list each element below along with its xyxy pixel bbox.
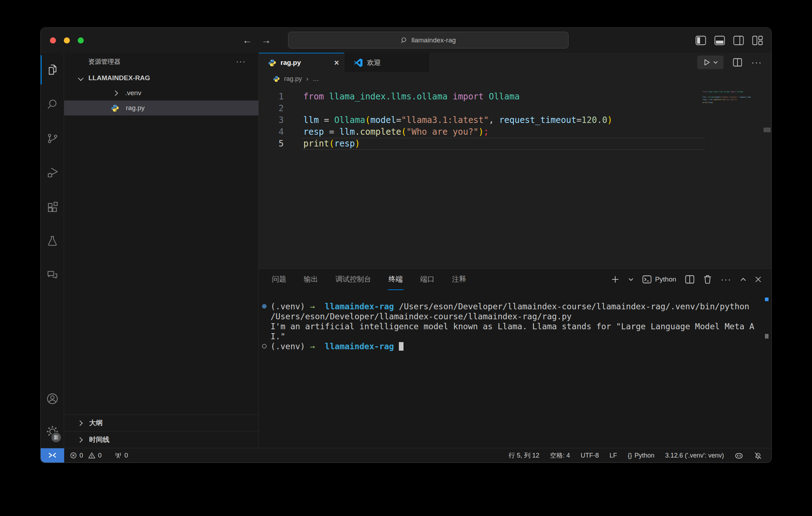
panel-tab-注释[interactable]: 注释 — [451, 269, 467, 290]
terminal-line[interactable]: (.venv) → llamaindex-rag — [271, 341, 757, 351]
split-terminal-icon[interactable] — [685, 275, 694, 284]
minimap[interactable]: 1from llama_index.llms.ollama import Oll… — [703, 91, 751, 104]
python-icon — [268, 59, 276, 67]
customize-layout-icon[interactable] — [752, 36, 763, 45]
minimize-window-button[interactable] — [64, 37, 70, 43]
close-panel-icon[interactable] — [755, 276, 761, 283]
breadcrumb-symbol[interactable]: … — [313, 75, 319, 83]
warnings-status[interactable]: 0 — [88, 452, 102, 459]
chevron-down-icon — [713, 61, 718, 64]
terminal-line[interactable]: I." — [271, 331, 757, 341]
kill-terminal-icon[interactable] — [703, 275, 712, 284]
timeline-section[interactable]: 时间线 — [64, 431, 258, 448]
editor-line[interactable]: 5print(resp) — [259, 138, 771, 150]
notifications-muted-icon[interactable] — [754, 452, 762, 460]
tab-label: 欢迎 — [367, 58, 381, 67]
breadcrumb-file[interactable]: rag.py — [284, 75, 302, 83]
editor-line: 5print(resp) — [703, 101, 751, 104]
eol-status[interactable]: LF — [610, 452, 617, 459]
remote-indicator[interactable] — [41, 448, 64, 463]
errors-status[interactable]: 0 — [70, 452, 83, 459]
terminal-instance[interactable]: Python — [642, 275, 676, 284]
status-bar: 0 0 0 行 5, 列 12 空格: 4 UTF-8 LF — [41, 448, 771, 463]
toggle-primary-sidebar-icon[interactable] — [695, 36, 706, 45]
activity-source-control[interactable] — [41, 121, 64, 155]
command-center-search[interactable]: llamaindex-rag — [288, 32, 569, 48]
tab-welcome[interactable]: 欢迎 — [344, 53, 430, 72]
terminal[interactable]: (.venv) → llamaindex-rag /Users/eson/Dev… — [259, 290, 771, 448]
comments-icon — [46, 269, 58, 281]
terminal-scrollbar[interactable] — [765, 334, 769, 339]
error-icon — [70, 452, 77, 459]
title-bar: ← → llamaindex-rag — [41, 28, 771, 53]
terminal-scroll-mark-command — [765, 298, 769, 301]
terminal-launch-chevron-icon[interactable] — [628, 278, 633, 281]
split-editor-icon[interactable] — [733, 58, 742, 67]
sidebar-more-actions[interactable]: ··· — [236, 57, 246, 66]
extensions-icon — [46, 201, 58, 213]
toggle-panel-icon[interactable] — [714, 36, 725, 45]
breadcrumb[interactable]: rag.py › … — [259, 72, 771, 86]
terminal-line[interactable]: /Users/eson/Developer/llamaindex-course/… — [271, 311, 757, 321]
search-icon — [46, 98, 58, 110]
language-status[interactable]: {} Python — [628, 452, 654, 459]
timeline-label: 时间线 — [89, 435, 109, 444]
cursor-position-status[interactable]: 行 5, 列 12 — [509, 451, 539, 460]
command-decoration-icon[interactable] — [262, 344, 267, 349]
files-icon — [46, 64, 58, 76]
editor-line: 2 — [703, 93, 751, 96]
terminal-cursor — [399, 342, 404, 351]
history-forward-button[interactable]: → — [261, 35, 271, 46]
code-editor[interactable]: 1from llama_index.llms.ollama import Oll… — [259, 86, 771, 268]
outline-section[interactable]: 大纲 — [64, 414, 258, 431]
tree-item-ragpy[interactable]: rag.py — [64, 100, 258, 115]
history-back-button[interactable]: ← — [242, 35, 252, 46]
activity-account[interactable] — [41, 382, 64, 415]
activity-chat[interactable] — [41, 258, 64, 292]
chevron-right-icon: › — [306, 75, 308, 83]
editor-line[interactable]: 4resp = llm.complete("Who are you?"); — [259, 126, 771, 138]
source-control-icon — [46, 132, 58, 144]
activity-testing[interactable] — [41, 224, 64, 258]
editor-line[interactable]: 1from llama_index.llms.ollama import Oll… — [259, 91, 771, 103]
new-terminal-icon[interactable] — [611, 275, 620, 284]
close-window-button[interactable] — [50, 37, 56, 43]
maximize-panel-icon[interactable] — [740, 278, 746, 281]
terminal-line[interactable]: (.venv) → llamaindex-rag /Users/eson/Dev… — [271, 301, 757, 311]
copilot-icon[interactable] — [735, 451, 743, 460]
activity-run-debug[interactable] — [41, 155, 64, 190]
editor-lines: 1from llama_index.llms.ollama import Oll… — [259, 91, 771, 150]
activity-extensions[interactable] — [41, 190, 64, 224]
panel-tab-终端[interactable]: 终端 — [388, 269, 404, 290]
file-label: rag.py — [126, 104, 145, 112]
traffic-lights — [41, 37, 84, 43]
interpreter-status[interactable]: 3.12.6 ('.venv': venv) — [665, 452, 724, 459]
tree-item-venv[interactable]: .venv — [64, 86, 258, 100]
more-actions-icon[interactable]: ··· — [751, 57, 762, 67]
activity-search[interactable] — [41, 87, 64, 121]
editor-line[interactable]: 3llm = Ollama(model="llama3.1:latest", r… — [259, 114, 771, 126]
panel-more-actions-icon[interactable]: ··· — [721, 274, 731, 284]
activity-explorer[interactable] — [41, 53, 64, 87]
indentation-status[interactable]: 空格: 4 — [550, 451, 570, 460]
zoom-window-button[interactable] — [78, 37, 84, 43]
tree-item-project[interactable]: LLAMAINDEX-RAG — [64, 71, 258, 86]
activity-settings[interactable]: 新 — [41, 415, 64, 448]
toggle-secondary-sidebar-icon[interactable] — [733, 36, 744, 45]
tab-ragpy[interactable]: rag.py × — [259, 53, 344, 72]
command-decoration-icon[interactable] — [262, 304, 267, 309]
search-text: llamaindex-rag — [411, 36, 456, 44]
editor-scrollbar[interactable] — [764, 128, 771, 132]
panel-tab-输出[interactable]: 输出 — [303, 269, 319, 290]
encoding-status[interactable]: UTF-8 — [581, 452, 599, 459]
explorer-sidebar: 资源管理器 ··· LLAMAINDEX-RAG .venv — [64, 53, 259, 448]
activity-bar: 新 — [41, 53, 64, 448]
terminal-line[interactable]: I'm an artificial intelligence model kno… — [271, 321, 757, 331]
panel-tab-端口[interactable]: 端口 — [420, 269, 435, 290]
editor-line[interactable]: 2 — [259, 103, 771, 114]
run-python-file-button[interactable] — [697, 56, 724, 69]
panel-tab-问题[interactable]: 问题 — [271, 269, 287, 290]
ports-status[interactable]: 0 — [114, 452, 128, 459]
close-tab-icon[interactable]: × — [334, 58, 339, 68]
panel-tab-调试控制台[interactable]: 调试控制台 — [335, 269, 372, 290]
